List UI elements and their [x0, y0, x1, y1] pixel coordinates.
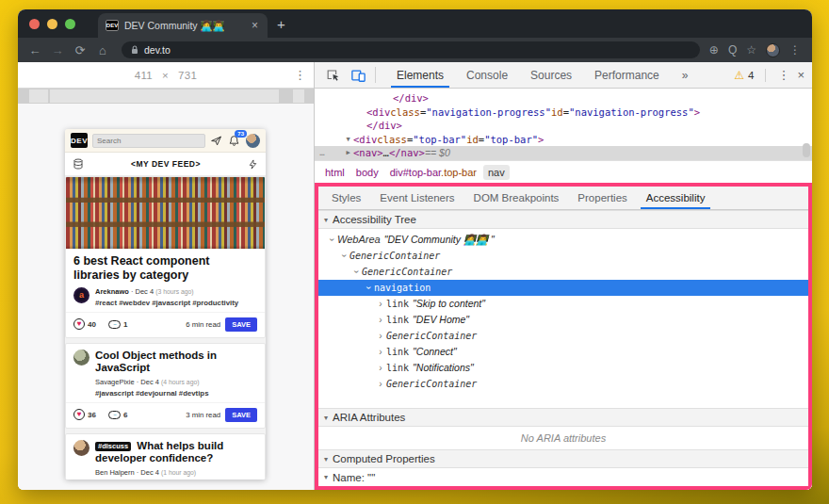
article-cover-image[interactable] [66, 177, 265, 249]
forward-icon[interactable]: → [48, 43, 67, 57]
a11y-node-navigation[interactable]: ›navigation [318, 280, 808, 296]
devtools-menu-icon[interactable]: ⋮ [777, 68, 789, 82]
devtools-tab-console[interactable]: Console [455, 62, 519, 88]
reload-icon[interactable]: ⟳ [71, 43, 89, 57]
panel-tab-styles[interactable]: Styles [322, 187, 370, 209]
a11y-node-webarea[interactable]: ›WebArea"DEV Community 👩‍💻👨‍💻 " [318, 232, 808, 248]
breadcrumb-item[interactable]: html [320, 165, 349, 180]
computed-properties-section-header[interactable]: ▾ Computed Properties [318, 449, 808, 468]
collapsed-chevron-icon[interactable]: › [375, 360, 386, 376]
dev-logo[interactable]: DEV [71, 133, 88, 148]
close-tab-icon[interactable]: × [250, 19, 260, 32]
dom-tree-line[interactable]: </div> [315, 119, 812, 133]
comments[interactable]: ~6 [108, 411, 127, 419]
a11y-node-genericcontainer[interactable]: ›GenericContainer [318, 264, 808, 280]
expand-arrow-icon[interactable]: ▼ [343, 133, 353, 147]
connect-paper-plane-icon[interactable] [210, 135, 222, 147]
collapsed-chevron-icon[interactable]: › [375, 312, 386, 328]
panel-tab-properties[interactable]: Properties [568, 187, 636, 209]
panel-tab-accessibility[interactable]: Accessibility [637, 187, 715, 209]
reading-list-icon[interactable] [73, 158, 84, 170]
save-button[interactable]: SAVE [225, 317, 257, 332]
reactions[interactable]: ♥36 [73, 409, 96, 420]
dom-tree-line[interactable]: ▼<div class="top-bar" id="top-bar"> [315, 133, 812, 147]
devtools-tab-elements[interactable]: Elements [385, 62, 455, 88]
article-card[interactable]: Cool Object methods in JavaScriptSavageP… [65, 343, 266, 429]
expanded-chevron-icon[interactable]: › [336, 251, 352, 262]
collapsed-chevron-icon[interactable]: › [375, 376, 386, 392]
article-tags[interactable]: #react #webdev #javascript #productivity [95, 299, 238, 307]
save-button[interactable]: SAVE [225, 408, 257, 422]
expanded-chevron-icon[interactable]: › [361, 283, 377, 294]
toggle-device-toolbar-icon[interactable] [346, 62, 371, 88]
profile-avatar[interactable] [766, 43, 780, 57]
minimize-window-button[interactable] [47, 19, 57, 29]
collapsed-chevron-icon[interactable]: › [375, 296, 386, 312]
media-query-bar[interactable] [18, 89, 314, 104]
breadcrumb-item[interactable]: div#top-bar.top-bar [385, 165, 481, 180]
author-avatar[interactable]: a [73, 287, 89, 303]
browser-tab[interactable]: DEV DEV Community 👩‍💻👨‍💻 × [98, 13, 268, 38]
collapse-arrow-icon[interactable]: ▶ [343, 146, 353, 160]
chrome-menu-icon[interactable]: ⋮ [789, 43, 801, 57]
article-title[interactable]: 6 best React component libraries by cate… [73, 254, 257, 283]
more-tabs-icon[interactable]: » [671, 62, 700, 88]
viewport-width[interactable]: 411 [135, 70, 153, 81]
breadcrumb-item[interactable]: nav [483, 165, 510, 180]
lightning-bolt-icon[interactable] [248, 158, 258, 171]
maximize-window-button[interactable] [65, 19, 75, 29]
article-title[interactable]: #discuss What helps build developer conf… [95, 440, 257, 465]
author-name[interactable]: Areknawo [95, 287, 131, 296]
search-input[interactable] [92, 134, 205, 148]
comments[interactable]: ~1 [108, 320, 127, 329]
breadcrumb-item[interactable]: body [351, 165, 383, 180]
accessibility-tree-section-header[interactable]: ▾ Accessibility Tree [318, 210, 808, 229]
a11y-node-link[interactable]: ›link"DEV Home" [318, 312, 808, 328]
devtools-tab-performance[interactable]: Performance [583, 62, 671, 88]
viewport-height[interactable]: 731 [178, 70, 197, 81]
collapsed-chevron-icon[interactable]: › [375, 344, 386, 360]
device-menu-icon[interactable]: ⋮ [294, 68, 306, 82]
author-avatar[interactable] [73, 440, 89, 456]
dom-tree-line[interactable]: <div class="navigation-progress" id="nav… [315, 106, 812, 120]
a11y-node-link[interactable]: ›link"Notifications" [318, 360, 808, 376]
author-name[interactable]: Ben Halpern [95, 468, 137, 477]
expanded-chevron-icon[interactable]: › [324, 235, 340, 246]
author-avatar[interactable] [73, 350, 89, 366]
elements-scrollbar[interactable] [803, 143, 810, 157]
search-icon[interactable]: Q [728, 43, 737, 57]
panel-tab-event-listeners[interactable]: Event Listeners [370, 187, 463, 209]
a11y-node-link[interactable]: ›link"Skip to content" [318, 296, 808, 312]
address-bar[interactable]: dev.to [122, 41, 700, 58]
article-card[interactable]: #discuss What helps build developer conf… [65, 433, 266, 480]
discuss-badge[interactable]: #discuss [95, 442, 131, 452]
devtools-close-icon[interactable]: × [797, 68, 805, 82]
bookmark-star-icon[interactable]: ☆ [746, 43, 756, 57]
expanded-chevron-icon[interactable]: › [349, 267, 365, 278]
user-avatar[interactable] [246, 134, 260, 148]
collapsed-chevron-icon[interactable]: › [375, 328, 386, 344]
back-icon[interactable]: ← [25, 43, 44, 57]
article-tags[interactable]: #javascript #devjournal #devtips [95, 389, 257, 398]
a11y-node-link[interactable]: ›link"Connect" [318, 344, 808, 360]
article-title[interactable]: Cool Object methods in JavaScript [95, 350, 257, 375]
home-icon[interactable]: ⌂ [93, 43, 112, 57]
computed-name-row[interactable]: ▾ Name: "" [318, 468, 808, 486]
panel-tab-dom-breakpoints[interactable]: DOM Breakpoints [464, 187, 569, 209]
console-warnings-badge[interactable]: ⚠ 4 [734, 69, 754, 82]
a11y-node-genericcontainer[interactable]: ›GenericContainer [318, 328, 808, 344]
dom-tree-line[interactable]: …▶<nav>…</nav> == $0 [315, 146, 812, 160]
author-name[interactable]: SavagePixie [95, 378, 137, 386]
zoom-plus-icon[interactable]: ⊕ [709, 43, 719, 57]
a11y-node-genericcontainer[interactable]: ›GenericContainer [318, 376, 808, 392]
article-card[interactable]: 6 best React component libraries by cate… [65, 176, 266, 338]
aria-attributes-section-header[interactable]: ▾ ARIA Attributes [318, 408, 808, 427]
reactions[interactable]: ♥40 [73, 318, 96, 330]
close-window-button[interactable] [29, 19, 40, 29]
a11y-node-genericcontainer[interactable]: ›GenericContainer [318, 248, 808, 264]
notifications-bell-icon[interactable]: 73 [228, 135, 240, 147]
devtools-tab-sources[interactable]: Sources [519, 62, 583, 88]
inspect-element-icon[interactable] [320, 62, 346, 88]
dom-tree-line[interactable]: </div> [315, 91, 812, 106]
new-tab-button[interactable]: + [268, 16, 297, 38]
